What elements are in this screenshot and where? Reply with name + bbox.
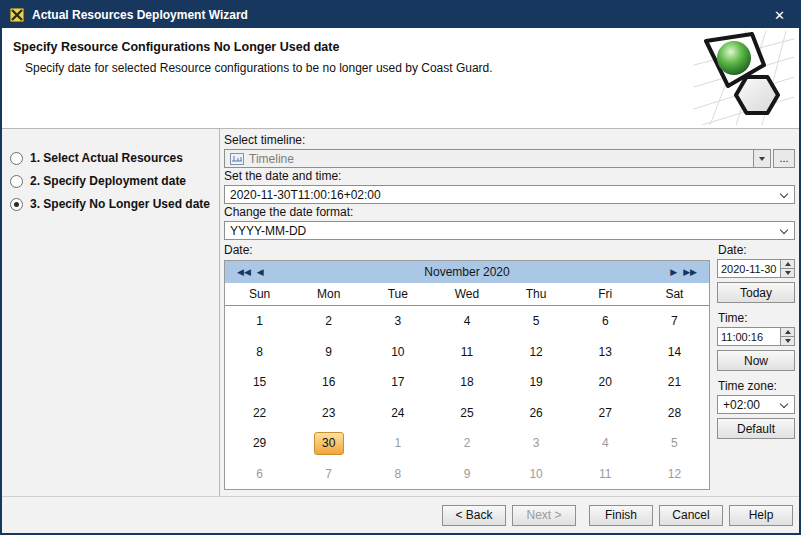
calendar-day[interactable]: 11 bbox=[571, 459, 640, 490]
calendar-day[interactable]: 28 bbox=[640, 398, 709, 429]
calendar-day[interactable]: 4 bbox=[432, 306, 501, 337]
calendar-day[interactable]: 1 bbox=[225, 306, 294, 337]
timezone-combo[interactable]: +02:00 bbox=[717, 395, 795, 414]
calendar-day[interactable]: 14 bbox=[640, 337, 709, 368]
timeline-combo[interactable]: Timeline bbox=[224, 149, 754, 168]
date-spinner-up-button[interactable] bbox=[781, 260, 794, 268]
calendar-day[interactable]: 5 bbox=[640, 428, 709, 459]
step-item-specify-no-longer-used-date[interactable]: 3. Specify No Longer Used date bbox=[2, 193, 219, 215]
timeline-dropdown-button[interactable] bbox=[754, 149, 771, 168]
next-button: Next > bbox=[512, 505, 576, 526]
calendar-day[interactable]: 13 bbox=[571, 337, 640, 368]
calendar-day[interactable]: 22 bbox=[225, 398, 294, 429]
window-title: Actual Resources Deployment Wizard bbox=[32, 8, 760, 22]
calendar-day[interactable]: 26 bbox=[502, 398, 571, 429]
calendar-day[interactable]: 5 bbox=[502, 306, 571, 337]
prev-month-icon[interactable]: ◀ bbox=[254, 267, 267, 277]
calendar-day[interactable]: 11 bbox=[432, 337, 501, 368]
format-combo[interactable]: YYYY-MM-DD bbox=[224, 221, 795, 240]
calendar-day[interactable]: 19 bbox=[502, 367, 571, 398]
weekday-label: Fri bbox=[571, 287, 640, 301]
step-item-specify-deployment-date[interactable]: 2. Specify Deployment date bbox=[2, 170, 219, 192]
calendar-day[interactable]: 6 bbox=[571, 306, 640, 337]
calendar-day[interactable]: 9 bbox=[432, 459, 501, 490]
weekday-label: Thu bbox=[502, 287, 571, 301]
calendar-day[interactable]: 3 bbox=[502, 428, 571, 459]
side-panel: Date: 2020-11-30 Today Time: 11:00:16 bbox=[717, 242, 795, 490]
footer-bar: < Back Next > Finish Cancel Help bbox=[2, 496, 799, 533]
help-button[interactable]: Help bbox=[729, 505, 793, 526]
month-year-label: November 2020 bbox=[267, 265, 667, 279]
close-icon[interactable]: ✕ bbox=[767, 8, 792, 23]
back-button[interactable]: < Back bbox=[442, 505, 506, 526]
calendar-day[interactable]: 10 bbox=[502, 459, 571, 490]
calendar-day[interactable]: 6 bbox=[225, 459, 294, 490]
format-label: Change the date format: bbox=[224, 205, 795, 220]
finish-button[interactable]: Finish bbox=[589, 505, 653, 526]
calendar-day[interactable]: 20 bbox=[571, 367, 640, 398]
next-year-icon[interactable]: ▶▶ bbox=[680, 267, 700, 277]
calendar-day[interactable]: 1 bbox=[363, 428, 432, 459]
time-spinner-up-button[interactable] bbox=[781, 328, 794, 336]
calendar-day[interactable]: 27 bbox=[571, 398, 640, 429]
calendar-day[interactable]: 12 bbox=[502, 337, 571, 368]
date-spinner-value: 2020-11-30 bbox=[718, 260, 780, 277]
weekday-label: Tue bbox=[363, 287, 432, 301]
next-month-icon[interactable]: ▶ bbox=[667, 267, 680, 277]
date-spinner-down-button[interactable] bbox=[781, 268, 794, 277]
default-button[interactable]: Default bbox=[717, 418, 795, 439]
datetime-label: Set the date and time: bbox=[224, 169, 795, 184]
calendar-day[interactable]: 25 bbox=[432, 398, 501, 429]
wizard-window: Actual Resources Deployment Wizard ✕ Spe… bbox=[0, 0, 801, 535]
calendar-grid: 1234567891011121314151617181920212223242… bbox=[225, 306, 709, 489]
wizard-header: Specify Resource Configurations No Longe… bbox=[2, 28, 799, 129]
calendar-nav: ◀◀ ◀ November 2020 ▶ ▶▶ bbox=[225, 261, 709, 283]
timeline-browse-button[interactable]: ... bbox=[773, 149, 795, 168]
calendar-column: Date: ◀◀ ◀ November 2020 ▶ ▶▶ SunMonTueW… bbox=[224, 242, 710, 490]
calendar-day[interactable]: 8 bbox=[363, 459, 432, 490]
time-spinner[interactable]: 11:00:16 bbox=[717, 327, 795, 346]
cancel-button[interactable]: Cancel bbox=[659, 505, 723, 526]
datetime-combo[interactable]: 2020-11-30T11:00:16+02:00 bbox=[224, 185, 795, 204]
date-spinner[interactable]: 2020-11-30 bbox=[717, 259, 795, 278]
weekday-label: Wed bbox=[432, 287, 501, 301]
now-button[interactable]: Now bbox=[717, 350, 795, 371]
calendar-day[interactable]: 24 bbox=[363, 398, 432, 429]
calendar-day[interactable]: 16 bbox=[294, 367, 363, 398]
calendar-day[interactable]: 18 bbox=[432, 367, 501, 398]
side-date-label: Date: bbox=[718, 243, 795, 258]
calendar-day[interactable]: 15 bbox=[225, 367, 294, 398]
calendar-day[interactable]: 8 bbox=[225, 337, 294, 368]
page-subtitle: Specify date for selected Resource confi… bbox=[25, 61, 493, 75]
calendar-day[interactable]: 29 bbox=[225, 428, 294, 459]
calendar-day[interactable]: 9 bbox=[294, 337, 363, 368]
up-arrow-icon bbox=[785, 330, 791, 334]
datetime-value: 2020-11-30T11:00:16+02:00 bbox=[230, 188, 381, 202]
calendar-day[interactable]: 7 bbox=[294, 459, 363, 490]
wizard-icon bbox=[9, 7, 25, 23]
calendar-day[interactable]: 7 bbox=[640, 306, 709, 337]
chevron-down-icon bbox=[780, 190, 788, 198]
calendar-day[interactable]: 17 bbox=[363, 367, 432, 398]
weekday-label: Sat bbox=[640, 287, 709, 301]
prev-year-icon[interactable]: ◀◀ bbox=[234, 267, 254, 277]
radio-icon[interactable] bbox=[10, 198, 23, 211]
today-button[interactable]: Today bbox=[717, 282, 795, 303]
chevron-down-icon bbox=[780, 400, 788, 408]
side-time-label: Time: bbox=[718, 311, 795, 326]
step-label: 1. Select Actual Resources bbox=[30, 151, 183, 165]
calendar-day[interactable]: 2 bbox=[432, 428, 501, 459]
calendar-day[interactable]: 12 bbox=[640, 459, 709, 490]
calendar-day[interactable]: 10 bbox=[363, 337, 432, 368]
time-spinner-down-button[interactable] bbox=[781, 336, 794, 345]
radio-icon[interactable] bbox=[10, 175, 23, 188]
titlebar: Actual Resources Deployment Wizard ✕ bbox=[2, 2, 799, 28]
radio-icon[interactable] bbox=[10, 152, 23, 165]
calendar-day[interactable]: 30 bbox=[294, 428, 363, 459]
calendar-day[interactable]: 23 bbox=[294, 398, 363, 429]
calendar-day[interactable]: 4 bbox=[571, 428, 640, 459]
step-item-select-actual-resources[interactable]: 1. Select Actual Resources bbox=[2, 147, 219, 169]
calendar-day[interactable]: 2 bbox=[294, 306, 363, 337]
calendar-day[interactable]: 3 bbox=[363, 306, 432, 337]
calendar-day[interactable]: 21 bbox=[640, 367, 709, 398]
